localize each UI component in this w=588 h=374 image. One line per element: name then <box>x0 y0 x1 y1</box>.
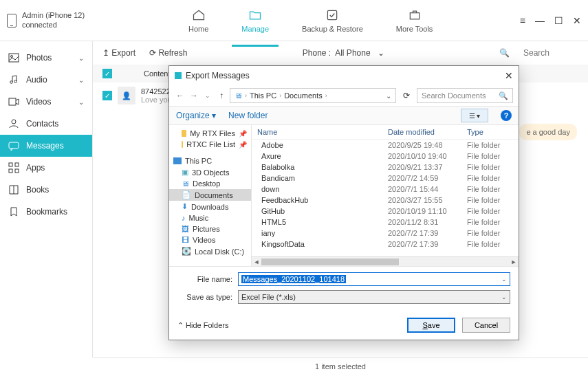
sidebar-item-bookmarks[interactable]: Bookmarks <box>0 201 92 223</box>
pin-icon: 📌 <box>239 130 247 138</box>
chevron-down-icon[interactable]: ⌄ <box>501 294 507 300</box>
dialog-close-button[interactable]: ✕ <box>505 70 513 81</box>
sidebar-item-contacts[interactable]: Contacts <box>0 113 92 135</box>
tree-item[interactable]: My RTX Files📌 <box>169 128 251 139</box>
tab-tools[interactable]: More Tools <box>393 3 436 38</box>
desktop-icon: 🖥 <box>182 179 189 188</box>
message-bubble: e a good day <box>519 124 577 140</box>
file-row[interactable]: Adobe2020/9/25 19:48File folder <box>252 140 519 151</box>
device-info: Admin (iPhone 12) connected <box>7 11 144 29</box>
column-name[interactable]: Name <box>257 128 388 136</box>
search-icon: 🔍 <box>499 91 508 100</box>
view-mode-button[interactable]: ☰ ▾ <box>461 109 488 122</box>
file-row[interactable]: HTML52020/11/2 8:31File folder <box>252 217 519 228</box>
chevron-down-icon[interactable]: ⌄ <box>386 92 391 100</box>
filename-label: File name: <box>177 275 232 283</box>
export-dialog: Export Messages ✕ ← → ⌄ ↑ 🖥 › This PC › … <box>168 65 519 340</box>
chevron-down-icon: ⌄ <box>78 54 84 62</box>
horizontal-scrollbar[interactable]: ◄ ► <box>252 256 519 266</box>
sidebar-item-photos[interactable]: Photos⌄ <box>0 47 92 69</box>
column-type[interactable]: Type <box>467 128 513 136</box>
tree-item[interactable]: 🖼Pictures <box>169 223 251 234</box>
file-row[interactable]: KingsoftData2020/7/2 17:39File folder <box>252 239 519 250</box>
books-icon <box>8 184 19 195</box>
sidebar-item-apps[interactable]: Apps <box>0 157 92 179</box>
audio-icon <box>8 74 19 85</box>
nav-back-button[interactable]: ← <box>175 91 186 100</box>
file-row[interactable]: Axure2020/10/10 19:40File folder <box>252 151 519 162</box>
sidebar-item-audio[interactable]: Audio⌄ <box>0 69 92 91</box>
tree-item[interactable]: ⬇Downloads <box>169 201 251 212</box>
chevron-down-icon: ⌄ <box>78 76 84 84</box>
phone-select[interactable]: All Phone ⌄ <box>335 48 384 58</box>
file-row[interactable]: iany2020/7/2 17:39File folder <box>252 228 519 239</box>
sidebar: Photos⌄ Audio⌄ Videos⌄ Contacts Messages… <box>0 41 93 358</box>
apps-icon <box>8 162 19 173</box>
app-icon <box>175 72 182 79</box>
toolbox-icon <box>407 8 422 22</box>
address-bar[interactable]: 🖥 › This PC › Documents › ⌄ <box>230 88 396 103</box>
close-button[interactable]: ✕ <box>573 15 581 26</box>
contacts-icon <box>8 118 19 129</box>
search-input[interactable] <box>523 48 578 58</box>
svg-rect-10 <box>15 163 19 166</box>
tree-item[interactable]: 💽Local Disk (C:) <box>169 245 251 257</box>
phone-icon <box>7 14 17 28</box>
scroll-left-icon[interactable]: ◄ <box>252 257 261 266</box>
sidebar-item-books[interactable]: Books <box>0 179 92 201</box>
checkbox[interactable]: ✓ <box>102 69 112 78</box>
documents-icon: 📄 <box>182 190 191 199</box>
photos-icon <box>8 52 19 63</box>
filename-input[interactable]: Messages_20201102_101418⌄ <box>238 272 510 286</box>
file-row[interactable]: Balabolka2020/9/21 13:37File folder <box>252 162 519 173</box>
file-row[interactable]: Bandicam2020/7/2 14:59File folder <box>252 173 519 184</box>
chevron-down-icon[interactable]: ⌄ <box>501 276 507 283</box>
tab-backup[interactable]: Backup & Restore <box>299 3 366 38</box>
tree-item[interactable]: RTXC File List📌 <box>169 139 251 150</box>
tab-home[interactable]: Home <box>186 3 211 38</box>
nav-up-button[interactable]: ↑ <box>216 91 227 100</box>
sidebar-item-videos[interactable]: Videos⌄ <box>0 91 92 113</box>
minimize-button[interactable]: — <box>535 15 545 26</box>
column-date[interactable]: Date modified <box>388 128 467 136</box>
tree-item[interactable]: ▣3D Objects <box>169 166 251 178</box>
new-folder-button[interactable]: New folder <box>228 111 268 120</box>
file-row[interactable]: down2020/7/1 15:44File folder <box>252 184 519 195</box>
save-button[interactable]: Save <box>407 318 455 333</box>
organize-button[interactable]: Organize ▾ <box>176 111 216 120</box>
scroll-thumb[interactable] <box>261 258 399 265</box>
device-name: Admin (iPhone 12) <box>22 11 85 20</box>
refresh-button[interactable]: ⟳ <box>399 88 414 103</box>
menu-icon[interactable]: ≡ <box>520 15 525 26</box>
scroll-right-icon[interactable]: ► <box>509 257 519 266</box>
help-button[interactable]: ? <box>501 110 512 121</box>
tree-item-documents[interactable]: 📄Documents <box>169 189 251 201</box>
svg-rect-0 <box>328 10 337 19</box>
file-row[interactable]: FeedbackHub2020/3/27 15:55File folder <box>252 195 519 206</box>
folder-tree: My RTX Files📌 RTXC File List📌 This PC ▣3… <box>169 125 252 266</box>
file-row[interactable]: GitHub2020/10/19 11:10File folder <box>252 206 519 217</box>
saveas-select[interactable]: Excel File (*.xls)⌄ <box>238 290 510 304</box>
file-list: Name Date modified Type Adobe2020/9/25 1… <box>252 125 519 266</box>
videos-icon: 🎞 <box>182 236 189 244</box>
maximize-button[interactable]: ☐ <box>554 15 563 26</box>
tab-manage[interactable]: Manage <box>239 3 272 38</box>
sidebar-item-messages[interactable]: Messages <box>0 135 92 157</box>
svg-point-4 <box>10 81 13 84</box>
tree-item-thispc[interactable]: This PC <box>169 155 251 166</box>
tree-item[interactable]: 🖥Desktop <box>169 178 251 189</box>
hide-folders-button[interactable]: ⌃ Hide Folders <box>177 321 228 330</box>
checkbox[interactable]: ✓ <box>102 91 112 100</box>
pin-icon: 📌 <box>239 141 247 148</box>
tree-item[interactable]: ♪Music <box>169 212 251 223</box>
refresh-button[interactable]: ⟳ Refresh <box>149 48 187 58</box>
pc-icon: 🖥 <box>235 91 242 100</box>
pictures-icon: 🖼 <box>182 225 189 233</box>
cancel-button[interactable]: Cancel <box>462 318 510 333</box>
export-button[interactable]: ↥ Export <box>102 48 135 58</box>
tree-item[interactable]: 🎞Videos <box>169 234 251 245</box>
svg-rect-12 <box>15 169 19 173</box>
search-documents-input[interactable]: Search Documents 🔍 <box>417 88 513 103</box>
nav-recent-button[interactable]: ⌄ <box>202 92 213 99</box>
nav-forward-button[interactable]: → <box>188 91 199 100</box>
